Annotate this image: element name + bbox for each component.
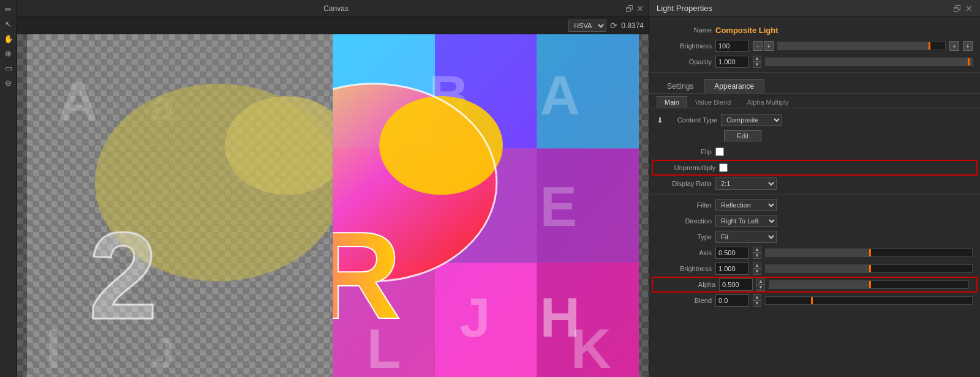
brightness-row: Brightness − + + + (649, 38, 980, 54)
alpha-input[interactable] (719, 278, 753, 291)
color-mode-select[interactable]: HSVA RGBA CMYK (568, 20, 606, 32)
tab-appearance[interactable]: Appearance (704, 79, 764, 93)
panel-win-controls: 🗗 ✕ (953, 4, 973, 13)
display-ratio-row: Display Ratio 2:1 1:1 4:1 (649, 176, 980, 192)
unpremultiply-checkbox-wrapper (719, 163, 728, 172)
tool-select[interactable]: ↖ (2, 17, 15, 31)
canvas-viewport: B A E H H J L K A a I J 2 (17, 34, 649, 377)
content-type-row: ⬇ Content Type Composite Normal (649, 112, 980, 128)
name-label: Name (657, 26, 712, 34)
brightness2-row: Brightness ▲ ▼ (649, 261, 980, 277)
brightness-max-minus[interactable]: + (949, 41, 959, 51)
opacity-down[interactable]: ▼ (753, 62, 761, 68)
brightness-controls: − + (753, 41, 774, 51)
tool-zoom2[interactable]: ⊖ (2, 76, 15, 89)
axis-input[interactable] (715, 247, 749, 259)
tool-hand[interactable]: ✋ (2, 32, 15, 45)
subtab-main[interactable]: Main (657, 96, 687, 108)
svg-text:A: A (540, 64, 581, 126)
canvas-titlebar: Canvas 🗗 ✕ (17, 0, 649, 17)
brightness-slider[interactable] (777, 42, 946, 50)
content-type-label: Content Type (668, 116, 717, 124)
type-select[interactable]: Fit Stretch Tile (715, 231, 777, 243)
axis-spinner: ▲ ▼ (753, 247, 761, 259)
blend-row: Blend ▲ ▼ (649, 293, 980, 308)
svg-point-30 (225, 96, 349, 195)
opacity-label: Opacity (657, 58, 712, 65)
brightness2-input[interactable] (715, 263, 749, 275)
flip-checkbox[interactable] (715, 147, 724, 156)
svg-text:A: A (58, 70, 98, 132)
axis-slider[interactable] (765, 248, 973, 257)
unpremultiply-row: Unpremultiply (652, 160, 978, 176)
filter-label: Filter (657, 201, 712, 209)
alpha-row: Alpha ▲ ▼ (652, 277, 978, 293)
canvas-container: Canvas 🗗 ✕ HSVA RGBA CMYK ⟳ 0.8374 (17, 0, 649, 377)
tool-rect[interactable]: ▭ (2, 61, 15, 75)
display-ratio-label: Display Ratio (657, 180, 712, 187)
display-ratio-select[interactable]: 2:1 1:1 4:1 (715, 177, 777, 190)
axis-label: Axis (657, 249, 712, 256)
alpha-down[interactable]: ▼ (756, 285, 765, 291)
sync-icon[interactable]: ⟳ (610, 21, 617, 31)
tab-settings[interactable]: Settings (657, 79, 704, 93)
direction-row: Direction Right To Left Left To Right To… (649, 213, 980, 229)
svg-text:J: J (459, 286, 491, 348)
unpremultiply-checkbox[interactable] (719, 163, 728, 172)
brightness-minus-btn[interactable]: − (753, 41, 763, 51)
download-icon: ⬇ (657, 116, 663, 125)
alpha-spinner: ▲ ▼ (756, 278, 765, 291)
type-row: Type Fit Stretch Tile (649, 229, 980, 245)
svg-point-35 (379, 96, 503, 195)
subtab-alpha-multiply[interactable]: Alpha Multiply (739, 96, 796, 108)
brightness-plus-btn[interactable]: + (764, 41, 774, 51)
canvas-minimize-btn[interactable]: 🗗 (625, 4, 634, 13)
divider2 (649, 194, 980, 195)
brightness-max-plus[interactable]: + (963, 41, 973, 51)
opacity-up[interactable]: ▲ (753, 56, 761, 62)
blend-label: Blend (657, 297, 712, 304)
canvas-title: Canvas (47, 4, 625, 13)
alpha-slider[interactable] (769, 280, 969, 289)
canvas-close-btn[interactable]: ✕ (636, 4, 644, 13)
blend-down[interactable]: ▼ (753, 300, 761, 307)
blend-up[interactable]: ▲ (753, 294, 761, 300)
brightness2-slider[interactable] (765, 264, 973, 273)
unpremultiply-label: Unpremultiply (660, 164, 715, 171)
blend-input[interactable] (715, 294, 749, 307)
axis-down[interactable]: ▼ (753, 253, 761, 259)
name-row: Name Composite Light (649, 22, 980, 38)
sub-tabs: Main Value Blend Alpha Multiply (649, 94, 980, 108)
brightness-input[interactable] (715, 40, 749, 52)
brightness2-down[interactable]: ▼ (753, 269, 761, 275)
subtab-value-blend[interactable]: Value Blend (687, 96, 739, 108)
panel-minimize-btn[interactable]: 🗗 (953, 4, 962, 13)
opacity-slider[interactable] (765, 58, 973, 66)
brightness2-spinner: ▲ ▼ (753, 263, 761, 275)
svg-text:E: E (540, 176, 578, 237)
blend-slider[interactable] (765, 296, 973, 305)
panel-close-btn[interactable]: ✕ (965, 4, 973, 13)
axis-up[interactable]: ▲ (753, 247, 761, 253)
svg-text:2: 2 (89, 206, 157, 345)
filter-select[interactable]: Reflection None Blur (715, 199, 777, 211)
brightness2-up[interactable]: ▲ (753, 263, 761, 269)
direction-select[interactable]: Right To Left Left To Right Top To Botto… (715, 215, 777, 227)
axis-row: Axis ▲ ▼ (649, 245, 980, 261)
blend-spinner: ▲ ▼ (753, 294, 761, 307)
opacity-spinner: ▲ ▼ (753, 56, 761, 68)
alpha-up[interactable]: ▲ (756, 278, 765, 285)
canvas-toolbar: HSVA RGBA CMYK ⟳ 0.8374 (17, 17, 649, 34)
flip-checkbox-wrapper (715, 147, 724, 156)
opacity-row: Opacity ▲ ▼ (649, 54, 980, 70)
edit-button[interactable]: Edit (724, 130, 761, 141)
opacity-input[interactable] (715, 56, 749, 68)
direction-label: Direction (657, 217, 712, 225)
panel-title: Light Properties (657, 4, 712, 13)
divider1 (649, 72, 980, 73)
canvas-win-controls: 🗗 ✕ (625, 4, 644, 13)
tool-pen[interactable]: ✏ (2, 2, 15, 16)
tool-zoom[interactable]: ⊕ (2, 47, 15, 60)
content-type-select[interactable]: Composite Normal (721, 114, 782, 126)
panel-content: Name Composite Light Brightness − + + + … (649, 17, 980, 377)
